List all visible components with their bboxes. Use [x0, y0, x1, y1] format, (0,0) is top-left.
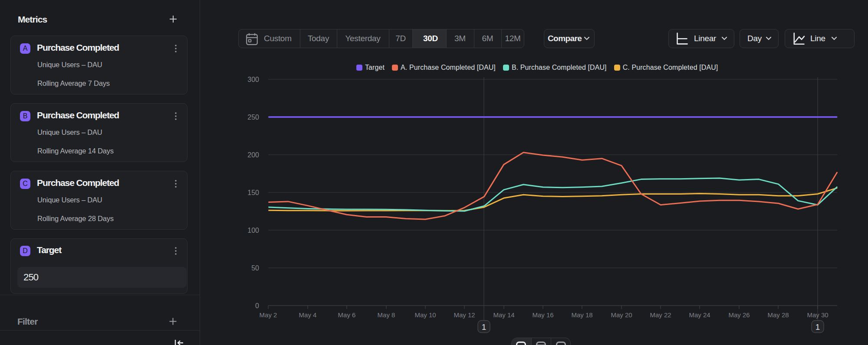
svg-text:300: 300	[247, 76, 259, 83]
svg-text:May 10: May 10	[414, 311, 436, 319]
svg-text:150: 150	[247, 189, 259, 196]
svg-text:May 26: May 26	[728, 311, 750, 319]
svg-text:May 24: May 24	[689, 311, 710, 319]
svg-text:May 28: May 28	[767, 311, 789, 319]
svg-text:200: 200	[247, 151, 259, 159]
svg-text:May 4: May 4	[299, 311, 317, 319]
svg-text:May 30: May 30	[807, 311, 828, 319]
svg-text:1: 1	[482, 322, 487, 332]
svg-text:May 8: May 8	[378, 311, 395, 319]
svg-text:May 16: May 16	[532, 311, 553, 319]
svg-text:May 18: May 18	[571, 311, 592, 319]
svg-text:1: 1	[815, 322, 820, 332]
svg-text:May 20: May 20	[611, 311, 632, 319]
svg-text:0: 0	[255, 302, 259, 309]
svg-text:250: 250	[247, 114, 259, 121]
svg-text:100: 100	[247, 227, 259, 234]
svg-text:May 12: May 12	[454, 311, 475, 319]
svg-text:May 22: May 22	[650, 311, 671, 319]
svg-text:May 2: May 2	[260, 311, 277, 319]
svg-text:50: 50	[251, 264, 259, 272]
svg-text:May 6: May 6	[338, 311, 356, 319]
svg-text:May 14: May 14	[493, 311, 514, 319]
